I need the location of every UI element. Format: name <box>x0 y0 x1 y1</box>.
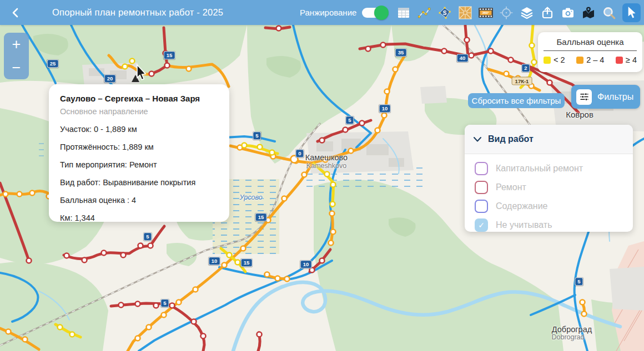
ranking-toggle[interactable] <box>362 8 387 18</box>
ranking-label: Ранжирование <box>300 0 356 25</box>
reset-filters-button[interactable]: Сбросить все фильтры <box>468 93 565 108</box>
road-subtitle: Основное направление <box>60 107 218 116</box>
toggle-knob <box>374 6 389 20</box>
checkbox-icon[interactable]: ✓ <box>475 200 488 213</box>
app-header: Опорный план ремонтных работ - 2025 Ранж… <box>0 0 644 25</box>
checkbox-icon[interactable]: ✓ <box>475 218 488 232</box>
road-title: Саулово – Сергеиха – Новая Заря <box>60 84 218 103</box>
legend-swatch-yellow <box>544 57 551 64</box>
filter-option-maintenance[interactable]: ✓ Содержание <box>475 197 633 216</box>
road-info-row: Протяжённость: 1,889 км <box>60 143 218 151</box>
back-button[interactable] <box>8 5 23 21</box>
filter-option-label: Капитальный ремонт <box>496 164 583 174</box>
legend-item-label: < 2 <box>554 55 565 64</box>
filter-option-label: Содержание <box>496 201 548 211</box>
road-info-card: Саулово – Сергеиха – Новая Заря Основное… <box>49 84 229 222</box>
sliders-icon <box>576 89 592 105</box>
legend-item: 2 – 4 <box>576 55 604 64</box>
toolbar: S 360° <box>396 0 641 25</box>
road-info-row: Тип мероприятия: Ремонт <box>60 160 218 169</box>
score-legend: Балльная оценка < 2 2 – 4 ≥ 4 <box>538 32 642 72</box>
filter-option-repair[interactable]: ✓ Ремонт <box>475 178 633 197</box>
legend-item: ≥ 4 <box>616 55 637 64</box>
filter-section-header[interactable]: Вид работ <box>465 125 633 154</box>
svg-text:360°: 360° <box>482 11 490 14</box>
back-chevron-icon <box>13 9 17 17</box>
filter-option-label: Ремонт <box>496 182 526 192</box>
filter-option-ignore[interactable]: ✓ Не учитывать <box>475 216 633 235</box>
filters-button[interactable]: Фильтры <box>571 85 640 109</box>
filter-panel: Вид работ ✓ Капитальный ремонт ✓ Ремонт … <box>465 125 633 232</box>
filter-option-label: Не учитывать <box>496 220 552 230</box>
road-info-row: Участок: 0 - 1,889 км <box>60 125 218 134</box>
layers-icon[interactable] <box>520 6 534 20</box>
chevron-down-icon <box>474 137 481 142</box>
zoom-control: + − <box>4 33 29 79</box>
legend-item: < 2 <box>544 55 565 64</box>
legend-item-label: 2 – 4 <box>586 55 604 64</box>
s-polygon-icon[interactable]: S <box>437 6 452 20</box>
legend-title: Балльная оценка <box>538 37 642 47</box>
filter-section-title: Вид работ <box>488 134 534 144</box>
share-icon[interactable] <box>540 6 555 20</box>
road-info-row: Балльная оценка : 4 <box>60 196 218 205</box>
table-icon[interactable] <box>396 6 411 20</box>
filters-button-label: Фильтры <box>597 92 633 102</box>
filter-option-capital-repair[interactable]: ✓ Капитальный ремонт <box>475 159 633 178</box>
road-info-row: Вид работ: Выравнивание покрытия <box>60 178 218 187</box>
measure-polyline-icon[interactable] <box>417 6 431 20</box>
checkbox-icon[interactable]: ✓ <box>475 162 488 175</box>
page-title: Опорный план ремонтных работ - 2025 <box>52 0 223 25</box>
app-window: 17К-1 252015354020510515101510555КовровК… <box>0 0 644 351</box>
road-info-row: Км: 1,344 <box>60 213 218 222</box>
crosshair-icon[interactable] <box>499 6 514 20</box>
junction-tile-icon[interactable] <box>458 6 472 20</box>
map-pin-icon[interactable] <box>581 6 596 20</box>
camera-icon[interactable] <box>561 6 575 20</box>
cursor-tool-icon[interactable] <box>622 3 641 22</box>
zoom-out-button[interactable]: − <box>4 56 29 79</box>
search-icon[interactable] <box>602 6 616 20</box>
legend-item-label: ≥ 4 <box>626 55 637 64</box>
svg-text:S: S <box>443 9 447 16</box>
checkbox-icon[interactable]: ✓ <box>475 181 488 194</box>
zoom-in-button[interactable]: + <box>4 33 29 56</box>
legend-swatch-orange <box>576 57 583 64</box>
panorama-360-icon[interactable]: 360° <box>479 6 493 20</box>
legend-swatch-red <box>616 57 623 64</box>
